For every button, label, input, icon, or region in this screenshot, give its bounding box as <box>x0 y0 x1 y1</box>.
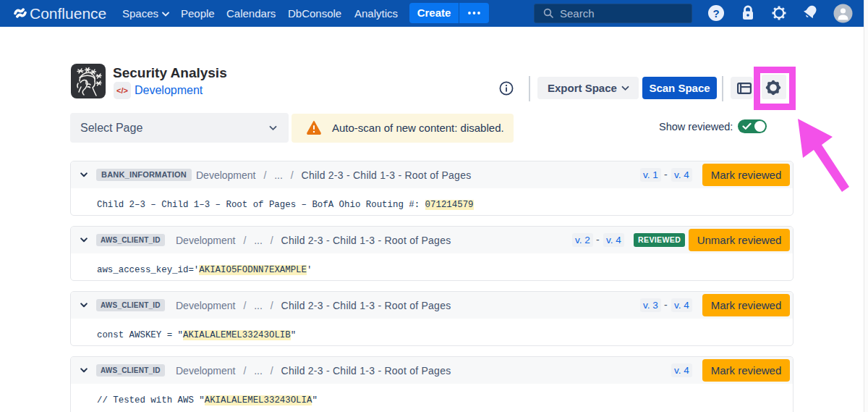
svg-text:?: ? <box>712 7 719 20</box>
svg-text:</>: </> <box>116 86 128 95</box>
